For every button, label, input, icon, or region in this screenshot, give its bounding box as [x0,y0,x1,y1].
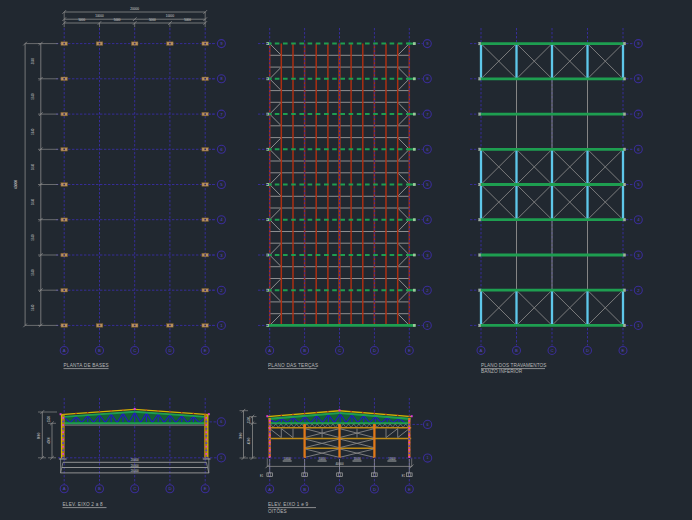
svg-text:C: C [338,348,341,353]
svg-text:1: 1 [427,456,429,460]
svg-text:5640: 5640 [31,304,35,310]
svg-text:10000: 10000 [166,14,175,18]
svg-text:5640: 5640 [31,269,35,275]
svg-text:20000: 20000 [131,469,139,473]
svg-text:5000: 5000 [184,18,191,22]
svg-text:45000: 45000 [14,180,18,189]
svg-text:4500: 4500 [247,437,251,444]
svg-text:C: C [133,486,136,491]
svg-text:10000: 10000 [388,457,396,461]
svg-text:A: A [63,486,66,491]
svg-text:PLANO DAS TERÇAS: PLANO DAS TERÇAS [268,363,318,368]
svg-text:10000: 10000 [353,457,361,461]
svg-text:7000: 7000 [239,432,243,439]
svg-text:5000: 5000 [78,18,85,22]
svg-text:10000: 10000 [95,14,104,18]
svg-text:ELEV. EIXO 2 a 8: ELEV. EIXO 2 a 8 [63,502,103,507]
svg-text:ELEV. EIXO 1 e 9: ELEV. EIXO 1 e 9 [268,502,308,507]
svg-text:B: B [303,487,306,492]
svg-text:5640: 5640 [31,128,35,134]
svg-text:5640: 5640 [31,58,35,64]
svg-text:A: A [480,348,483,353]
svg-text:A: A [268,348,271,353]
svg-text:B: B [303,348,306,353]
svg-text:D: D [373,348,376,353]
svg-text:6: 6 [427,423,429,427]
svg-text:10000: 10000 [318,457,326,461]
svg-text:E: E [408,487,411,492]
svg-text:E: E [204,486,207,491]
svg-text:5640: 5640 [31,199,35,205]
svg-text:20000: 20000 [131,464,139,468]
svg-text:1500: 1500 [247,416,251,423]
svg-text:D: D [373,487,376,492]
svg-text:PLANTA DE BASES: PLANTA DE BASES [64,363,109,368]
svg-text:4500: 4500 [47,437,51,444]
svg-text:6000: 6000 [37,432,41,439]
svg-text:A: A [268,487,271,492]
svg-text:1500: 1500 [47,416,51,423]
svg-text:5640: 5640 [31,93,35,99]
svg-text:C: C [550,348,553,353]
svg-text:5640: 5640 [31,234,35,240]
svg-text:5000: 5000 [114,18,121,22]
svg-text:PLANO DOS TRAVAMENTOS: PLANO DOS TRAVAMENTOS [481,363,547,368]
svg-text:E: E [622,348,625,353]
svg-text:C: C [338,487,341,492]
svg-text:B: B [515,348,518,353]
svg-text:5640: 5640 [31,163,35,169]
svg-text:E: E [204,348,207,353]
svg-text:6: 6 [220,420,222,424]
svg-text:E: E [408,348,411,353]
svg-text:OITÕES: OITÕES [268,508,287,514]
svg-text:B: B [98,486,101,491]
svg-text:A: A [63,348,66,353]
svg-text:D: D [586,348,589,353]
svg-text:1: 1 [220,456,222,460]
svg-text:10000: 10000 [284,457,292,461]
svg-text:20000: 20000 [130,7,139,11]
svg-text:E1: E1 [402,474,406,478]
svg-text:20000: 20000 [131,458,139,462]
svg-text:E1: E1 [260,474,264,478]
svg-text:D: D [168,486,171,491]
svg-text:BANZO INFERIOR: BANZO INFERIOR [481,369,523,374]
svg-text:5000: 5000 [149,18,156,22]
svg-text:C: C [133,348,136,353]
svg-text:B: B [98,348,101,353]
svg-text:D: D [168,348,171,353]
